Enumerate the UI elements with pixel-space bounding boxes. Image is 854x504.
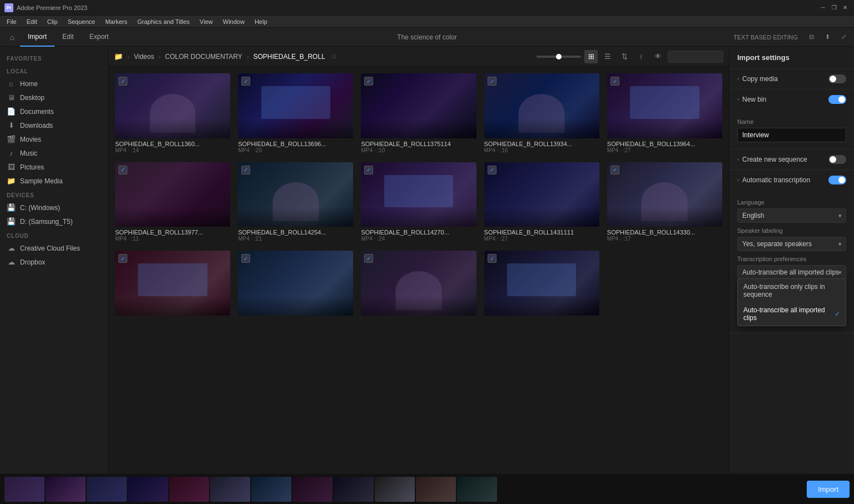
media-card-f12[interactable]: ✓ [238,251,353,316]
media-card-f7[interactable]: ✓SOPHIEDALE_B_ROLL14254...MP4 · :21 [238,162,353,243]
list-view-button[interactable]: ☰ [601,50,614,63]
sidebar-item-desktop[interactable]: 🖥 Desktop [0,91,108,104]
menu-window[interactable]: Window [219,17,249,26]
media-card-f2[interactable]: ✓SOPHIEDALE_B_ROLL13696...MP4 · :20 [238,73,353,154]
check-box-f12[interactable]: ✓ [241,254,250,263]
favorite-star-icon[interactable]: ☆ [331,52,337,61]
check-box-f7[interactable]: ✓ [241,166,250,174]
filmstrip-thumb-6[interactable] [210,477,250,502]
share-icon[interactable]: ⬆ [822,32,833,42]
zoom-slider[interactable] [537,56,581,58]
filmstrip-thumb-3[interactable] [87,477,127,502]
menu-help[interactable]: Help [250,17,272,26]
check-box-f6[interactable]: ✓ [118,166,127,174]
media-card-f10[interactable]: ✓SOPHIEDALE_B_ROLL14330...MP4 · :17 [607,162,722,243]
filmstrip-thumb-12[interactable] [457,477,497,502]
check-box-f1[interactable]: ✓ [118,77,127,86]
copy-media-toggle[interactable] [828,74,846,83]
sidebar-item-dropbox[interactable]: ☁ Dropbox [0,255,108,269]
media-card-f3[interactable]: ✓SOPHIEDALE_B_ROLL1375114MP4 · :10 [361,73,476,154]
media-card-f1[interactable]: ✓SOPHIEDALE_B_ROLL1360...MP4 · :14 [115,73,230,154]
media-card-f8[interactable]: ✓SOPHIEDALE_B_ROLL14270...MP4 · :24 [361,162,476,243]
filter-button[interactable]: ⫶ [634,50,648,63]
media-card-f5[interactable]: ✓SOPHIEDALE_B_ROLL13964...MP4 · :27 [607,73,722,154]
close-button[interactable]: ✕ [841,3,850,12]
filmstrip-thumb-7[interactable] [251,477,291,502]
sidebar-item-sample-media[interactable]: 📁 Sample Media [0,174,108,188]
dropdown-option-1[interactable]: Auto-transcribe only clips in sequence [738,279,846,302]
sidebar-item-creative-cloud[interactable]: ☁ Creative Cloud Files [0,241,108,255]
media-card-f14[interactable]: ✓ [484,251,599,316]
check-box-f3[interactable]: ✓ [364,77,373,86]
create-sequence-toggle[interactable] [828,155,846,164]
copy-media-header[interactable]: › Copy media [729,69,854,89]
music-icon: ♪ [7,149,16,157]
check-box-f2[interactable]: ✓ [241,77,250,86]
menu-clip[interactable]: Clip [43,17,62,26]
media-name-f10: SOPHIEDALE_B_ROLL14330... [607,229,722,236]
check-box-f13[interactable]: ✓ [364,254,373,263]
sidebar-item-d-drive[interactable]: 💾 D: (Samsung_T5) [0,214,108,228]
panel-icon[interactable]: ⊟ [806,32,817,42]
check-box-f14[interactable]: ✓ [488,254,496,263]
restore-button[interactable]: ❐ [830,3,838,12]
create-sequence-header[interactable]: › Create new sequence [729,149,854,169]
filmstrip-thumb-4[interactable] [128,477,168,502]
sidebar-item-downloads[interactable]: ⬇ Downloads [0,118,108,132]
breadcrumb-current[interactable]: SOPHIEDALE_B_ROLL [253,53,325,61]
breadcrumb-videos[interactable]: Videos [134,53,154,61]
sidebar-item-home[interactable]: ⌂ Home [0,77,108,91]
import-button[interactable]: Import [807,481,850,498]
sidebar-item-c-drive[interactable]: 💾 C: (Windows) [0,201,108,214]
search-input[interactable] [668,51,723,63]
check-box-f9[interactable]: ✓ [488,166,496,174]
new-bin-header[interactable]: › New bin [729,89,854,109]
menu-sequence[interactable]: Sequence [63,17,100,26]
check-box-f4[interactable]: ✓ [488,77,496,86]
new-bin-toggle[interactable] [828,95,846,104]
grid-view-button[interactable]: ⊞ [584,50,598,63]
menu-graphics-and-titles[interactable]: Graphics and Titles [133,17,194,26]
auto-transcription-toggle[interactable] [828,176,846,184]
filmstrip-thumb-2[interactable] [46,477,86,502]
filmstrip-thumb-9[interactable] [334,477,374,502]
filmstrip-thumb-10[interactable] [375,477,415,502]
check-box-f5[interactable]: ✓ [610,77,619,86]
sort-button[interactable]: ⇅ [618,50,631,63]
filmstrip-thumb-1[interactable] [4,477,44,502]
expand-icon[interactable]: ⤢ [838,32,850,42]
menu-markers[interactable]: Markers [101,17,132,26]
sidebar-item-music[interactable]: ♪ Music [0,146,108,160]
check-box-f10[interactable]: ✓ [610,166,619,174]
menu-edit[interactable]: Edit [22,17,42,26]
check-box-f8[interactable]: ✓ [364,166,373,174]
language-select[interactable]: English Spanish French [737,208,846,223]
menu-view[interactable]: View [195,17,217,26]
auto-transcription-header[interactable]: › Automatic transcription [729,170,854,190]
sidebar-item-movies[interactable]: 🎬 Movies [0,132,108,146]
filmstrip-thumb-5[interactable] [169,477,209,502]
media-card-f9[interactable]: ✓SOPHIEDALE_B_ROLL1431111MP4 · :27 [484,162,599,243]
filmstrip-thumb-8[interactable] [292,477,332,502]
text-based-editing-btn[interactable]: TEXT BASED EDITING [730,33,801,42]
speaker-select[interactable]: Yes, separate speakers No [737,237,846,251]
sidebar-item-pictures[interactable]: 🖼 Pictures [0,160,108,174]
media-card-f13[interactable]: ✓ [361,251,476,316]
breadcrumb-color-doc[interactable]: COLOR DOCUMENTARY [165,53,242,61]
sidebar-item-documents[interactable]: 📄 Documents [0,104,108,118]
media-card-f4[interactable]: ✓SOPHIEDALE_B_ROLL13934...MP4 · :16 [484,73,599,154]
filmstrip-thumb-11[interactable] [416,477,456,502]
minimize-button[interactable]: ─ [818,3,827,12]
visibility-button[interactable]: 👁 [651,50,664,63]
tab-export[interactable]: Export [82,28,117,47]
tab-edit[interactable]: Edit [54,28,82,47]
transcription-pref-select[interactable]: Auto-transcribe all imported clips Auto-… [737,265,846,280]
media-card-f11[interactable]: ✓ [115,251,230,316]
bin-name-input[interactable] [737,128,846,142]
dropdown-option-2[interactable]: Auto-transcribe all imported clips ✓ [738,302,846,326]
menu-file[interactable]: File [2,17,21,26]
home-tab-icon[interactable]: ⌂ [4,29,20,45]
media-card-f6[interactable]: ✓SOPHIEDALE_B_ROLL13977...MP4 · :11 [115,162,230,243]
check-box-f11[interactable]: ✓ [118,254,127,263]
tab-import[interactable]: Import [20,28,54,47]
